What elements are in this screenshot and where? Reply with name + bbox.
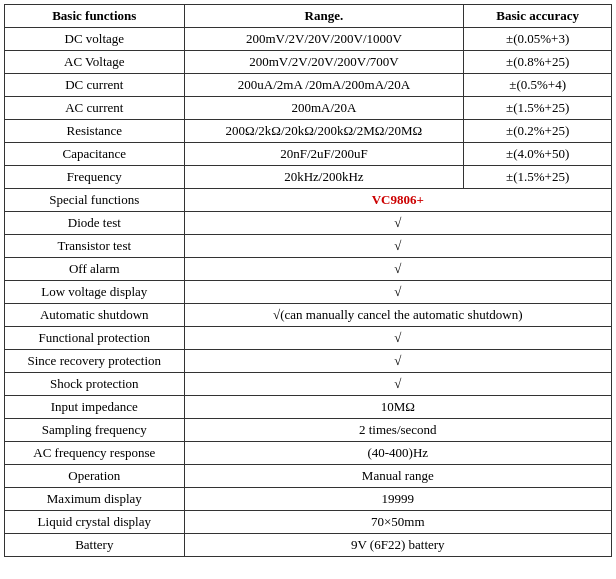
table-row: DC voltage 200mV/2V/20V/200V/1000V ±(0.0… <box>5 28 612 51</box>
accuracy-value: ±(4.0%+50) <box>464 143 612 166</box>
info-label: Operation <box>5 465 185 488</box>
info-value: 19999 <box>184 488 611 511</box>
model-name: VC9806+ <box>184 189 611 212</box>
accuracy-value: ±(0.05%+3) <box>464 28 612 51</box>
range-value: 20nF/2uF/200uF <box>184 143 464 166</box>
range-value: 200uA/2mA /20mA/200mA/20A <box>184 74 464 97</box>
table-row: Functional protection √ <box>5 327 612 350</box>
function-label: Capacitance <box>5 143 185 166</box>
accuracy-value: ±(0.5%+4) <box>464 74 612 97</box>
function-label: Shock protection <box>5 373 185 396</box>
feature-value: √ <box>184 281 611 304</box>
info-label: AC frequency response <box>5 442 185 465</box>
accuracy-value: ±(0.8%+25) <box>464 51 612 74</box>
function-label: Transistor test <box>5 235 185 258</box>
table-row: Frequency 20kHz/200kHz ±(1.5%+25) <box>5 166 612 189</box>
header-range: Range. <box>184 5 464 28</box>
info-value: 2 times/second <box>184 419 611 442</box>
table-row: AC Voltage 200mV/2V/20V/200V/700V ±(0.8%… <box>5 51 612 74</box>
function-label: Automatic shutdown <box>5 304 185 327</box>
table-row: Liquid crystal display 70×50mm <box>5 511 612 534</box>
table-row: Diode test √ <box>5 212 612 235</box>
info-value: Manual range <box>184 465 611 488</box>
function-label: Low voltage display <box>5 281 185 304</box>
info-label: Battery <box>5 534 185 557</box>
info-value: 10MΩ <box>184 396 611 419</box>
function-label: Since recovery protection <box>5 350 185 373</box>
table-header: Basic functions Range. Basic accuracy <box>5 5 612 28</box>
range-value: 200mV/2V/20V/200V/700V <box>184 51 464 74</box>
accuracy-value: ±(0.2%+25) <box>464 120 612 143</box>
feature-value: √ <box>184 327 611 350</box>
special-functions-header: Special functions VC9806+ <box>5 189 612 212</box>
function-label: AC current <box>5 97 185 120</box>
info-value: 70×50mm <box>184 511 611 534</box>
table-row: Shock protection √ <box>5 373 612 396</box>
table-row: Low voltage display √ <box>5 281 612 304</box>
function-label: Functional protection <box>5 327 185 350</box>
table-row: Resistance 200Ω/2kΩ/20kΩ/200kΩ/2MΩ/20MΩ … <box>5 120 612 143</box>
header-accuracy: Basic accuracy <box>464 5 612 28</box>
model-text: VC9806+ <box>372 192 424 207</box>
info-label: Maximum display <box>5 488 185 511</box>
function-label: DC current <box>5 74 185 97</box>
header-functions: Basic functions <box>5 5 185 28</box>
range-value: 20kHz/200kHz <box>184 166 464 189</box>
info-label: Liquid crystal display <box>5 511 185 534</box>
range-value: 200Ω/2kΩ/20kΩ/200kΩ/2MΩ/20MΩ <box>184 120 464 143</box>
table-row: Capacitance 20nF/2uF/200uF ±(4.0%+50) <box>5 143 612 166</box>
accuracy-value: ±(1.5%+25) <box>464 166 612 189</box>
feature-value: √ <box>184 258 611 281</box>
table-row: AC current 200mA/20A ±(1.5%+25) <box>5 97 612 120</box>
table-row: Automatic shutdown √(can manually cancel… <box>5 304 612 327</box>
table-row: Since recovery protection √ <box>5 350 612 373</box>
table-row: Transistor test √ <box>5 235 612 258</box>
accuracy-value: ±(1.5%+25) <box>464 97 612 120</box>
table-row: Input impedance 10MΩ <box>5 396 612 419</box>
info-value: 9V (6F22) battery <box>184 534 611 557</box>
table-row: Battery 9V (6F22) battery <box>5 534 612 557</box>
feature-value: √ <box>184 212 611 235</box>
function-label: AC Voltage <box>5 51 185 74</box>
info-label: Input impedance <box>5 396 185 419</box>
special-label: Special functions <box>5 189 185 212</box>
table-row: Sampling frequency 2 times/second <box>5 419 612 442</box>
table-row: Off alarm √ <box>5 258 612 281</box>
feature-value: √ <box>184 235 611 258</box>
table-row: DC current 200uA/2mA /20mA/200mA/20A ±(0… <box>5 74 612 97</box>
table-row: Operation Manual range <box>5 465 612 488</box>
range-value: 200mA/20A <box>184 97 464 120</box>
function-label: Diode test <box>5 212 185 235</box>
table-row: Maximum display 19999 <box>5 488 612 511</box>
function-label: DC voltage <box>5 28 185 51</box>
feature-value: √ <box>184 350 611 373</box>
range-value: 200mV/2V/20V/200V/1000V <box>184 28 464 51</box>
function-label: Off alarm <box>5 258 185 281</box>
info-value: (40-400)Hz <box>184 442 611 465</box>
feature-value: √(can manually cancel the automatic shut… <box>184 304 611 327</box>
feature-value: √ <box>184 373 611 396</box>
spec-table: Basic functions Range. Basic accuracy DC… <box>4 4 612 557</box>
function-label: Resistance <box>5 120 185 143</box>
info-label: Sampling frequency <box>5 419 185 442</box>
table-row: AC frequency response (40-400)Hz <box>5 442 612 465</box>
function-label: Frequency <box>5 166 185 189</box>
